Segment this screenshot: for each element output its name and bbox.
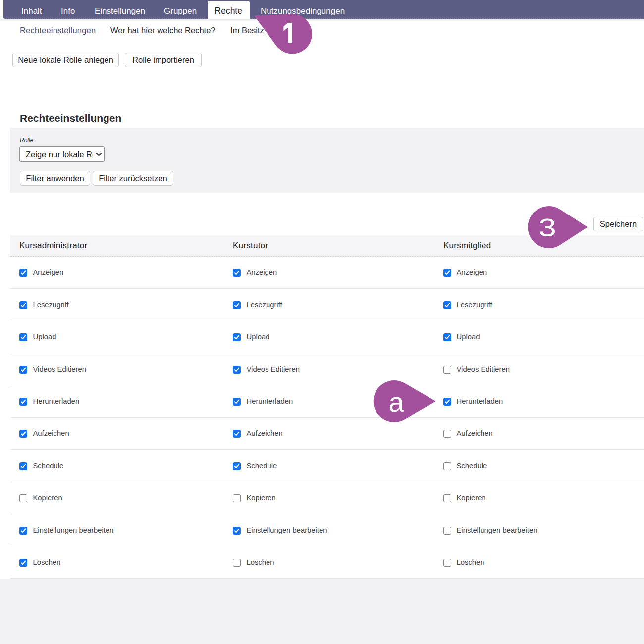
svg-text:a: a <box>388 386 404 418</box>
svg-text:3: 3 <box>538 214 556 241</box>
